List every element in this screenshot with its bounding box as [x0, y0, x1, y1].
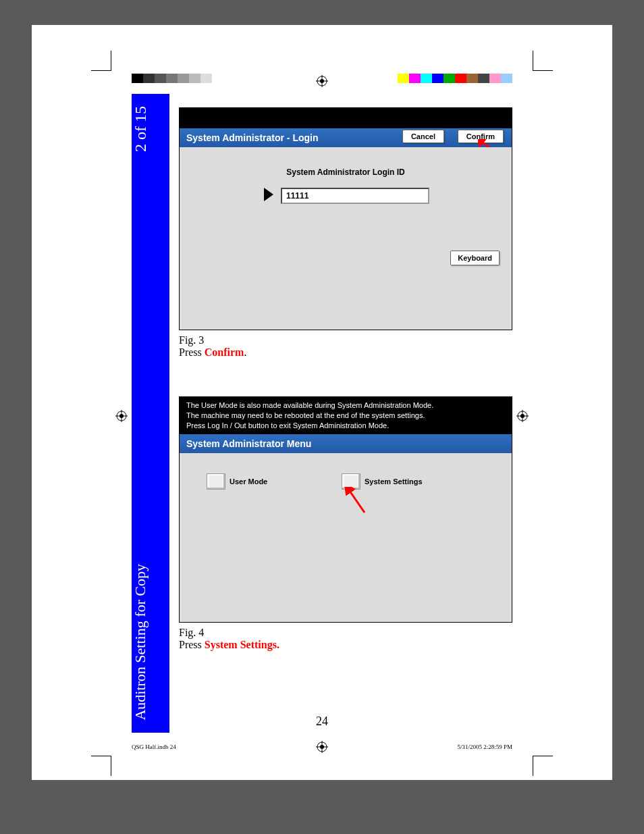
- caption-text: Press: [179, 639, 205, 650]
- crop-mark: [533, 51, 553, 71]
- svg-point-7: [119, 414, 124, 418]
- swatch: [409, 74, 421, 83]
- login-id-label: System Administrator Login ID: [180, 167, 512, 177]
- swatch: [455, 74, 466, 83]
- login-title: System Administrator - Login: [186, 132, 319, 143]
- caption-text: Press: [179, 346, 205, 358]
- login-body: System Administrator Login ID Keyboard: [180, 147, 512, 330]
- admin-menu-body: User Mode System Settings: [180, 453, 512, 622]
- login-id-input[interactable]: [281, 188, 429, 204]
- admin-menu-titlebar: System Administrator Menu: [180, 434, 512, 453]
- user-mode-option[interactable]: User Mode: [207, 473, 267, 490]
- system-settings-option[interactable]: System Settings: [342, 473, 423, 490]
- page-number: 24: [132, 714, 512, 729]
- swatch: [501, 74, 512, 83]
- swatch: [189, 74, 200, 83]
- footer-timestamp: 5/31/2005 2:28:59 PM: [457, 744, 512, 750]
- color-swatch-bar: [398, 74, 512, 83]
- swatch: [489, 74, 501, 83]
- figure-4-caption: Fig. 4 Press System Settings.: [179, 627, 512, 651]
- confirm-button[interactable]: Confirm: [458, 130, 504, 143]
- figure-4-screenshot: The User Mode is also made available dur…: [179, 396, 512, 623]
- figure-label: Fig. 3: [179, 334, 204, 346]
- caption-action: Confirm: [205, 346, 244, 358]
- login-titlebar: System Administrator - Login Cancel Conf…: [180, 128, 512, 147]
- arrow-annotation-icon: [344, 487, 371, 514]
- section-title: Auditron Setting for Copy: [132, 564, 169, 721]
- swatch: [444, 74, 455, 83]
- figure-3-screenshot: System Administrator - Login Cancel Conf…: [179, 107, 512, 330]
- keyboard-button[interactable]: Keyboard: [450, 251, 500, 265]
- main-column: System Administrator - Login Cancel Conf…: [179, 107, 512, 651]
- document-page: 2 of 15 Auditron Setting for Copy System…: [32, 25, 612, 780]
- caption-action: System Settings.: [205, 639, 279, 650]
- page-indicator: 2 of 15: [132, 106, 169, 152]
- swatch: [166, 74, 178, 83]
- crop-mark: [91, 756, 111, 776]
- svg-point-11: [520, 414, 525, 418]
- swatch: [466, 74, 478, 83]
- crop-mark: [91, 51, 111, 71]
- footer-filename: QSG Half.indb 24: [132, 744, 176, 750]
- header-line: The User Mode is also made available dur…: [186, 400, 505, 411]
- registration-mark-icon: [316, 75, 328, 87]
- cancel-button[interactable]: Cancel: [402, 130, 444, 143]
- figure-3-caption: Fig. 3 Press Confirm.: [179, 334, 512, 359]
- svg-line-17: [350, 491, 365, 513]
- swatch: [132, 74, 143, 83]
- header-line: The machine may need to be rebooted at t…: [186, 411, 505, 421]
- swatch: [478, 74, 489, 83]
- swatch: [398, 74, 409, 83]
- svg-point-15: [320, 745, 324, 749]
- crop-mark: [533, 756, 553, 776]
- caption-suffix: .: [244, 346, 246, 358]
- registration-mark-icon: [516, 410, 529, 422]
- system-settings-label: System Settings: [365, 477, 423, 486]
- swatch: [178, 74, 189, 83]
- swatch: [200, 74, 212, 83]
- section-sidebar: 2 of 15 Auditron Setting for Copy: [132, 94, 169, 733]
- swatch: [155, 74, 166, 83]
- admin-menu-header: The User Mode is also made available dur…: [180, 397, 512, 434]
- header-line: Press Log In / Out button to exit System…: [186, 421, 505, 431]
- swatch: [143, 74, 155, 83]
- user-mode-icon: [207, 473, 225, 490]
- svg-point-3: [320, 79, 324, 83]
- grayscale-swatch-bar: [132, 74, 223, 83]
- content-area: 2 of 15 Auditron Setting for Copy System…: [132, 94, 512, 733]
- system-settings-icon: [342, 473, 360, 490]
- swatch: [421, 74, 432, 83]
- swatch: [432, 74, 444, 83]
- admin-menu-title: System Administrator Menu: [186, 438, 311, 449]
- user-mode-label: User Mode: [230, 477, 267, 486]
- swatch: [212, 74, 223, 83]
- play-icon: [264, 188, 273, 201]
- registration-mark-icon: [316, 741, 328, 753]
- figure-label: Fig. 4: [179, 627, 204, 638]
- registration-mark-icon: [115, 410, 128, 422]
